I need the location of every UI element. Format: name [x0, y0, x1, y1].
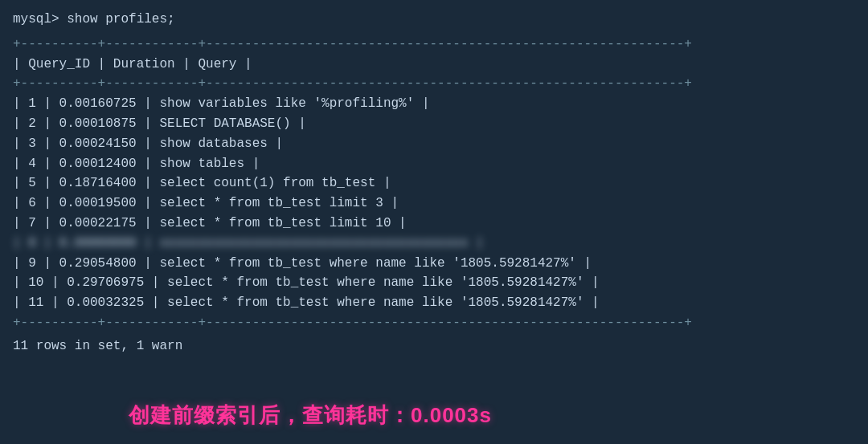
table-row: | 1 | 0.00160725 | show variables like '…	[13, 94, 855, 114]
table-row: | 9 | 0.29054800 | select * from tb_test…	[13, 254, 855, 274]
command-line: mysql> show profiles;	[13, 10, 855, 30]
divider-bot: +----------+------------+---------------…	[13, 313, 855, 333]
table-rows-group2: | 9 | 0.29054800 | select * from tb_test…	[13, 254, 855, 313]
table-row: | 10 | 0.29706975 | select * from tb_tes…	[13, 273, 855, 293]
table-rows-group1: | 1 | 0.00160725 | show variables like '…	[13, 94, 855, 234]
blurred-row: | 8 | 0.00000000 | xxxxxxxxxxxxxxxxxxxxx…	[13, 234, 855, 254]
divider-mid: +----------+------------+---------------…	[13, 74, 855, 94]
overlay-annotation: 创建前缀索引后，查询耗时：0.0003s	[129, 401, 492, 430]
table-row: | 2 | 0.00010875 | SELECT DATABASE() |	[13, 114, 855, 134]
table-row: | 3 | 0.00024150 | show databases |	[13, 134, 855, 154]
table-row: | 11 | 0.00032325 | select * from tb_tes…	[13, 293, 855, 313]
table-row: | 7 | 0.00022175 | select * from tb_test…	[13, 214, 855, 234]
table-row: | 5 | 0.18716400 | select count(1) from …	[13, 173, 855, 193]
table-header: | Query_ID | Duration | Query |	[13, 55, 855, 75]
table-row: | 4 | 0.00012400 | show tables |	[13, 154, 855, 174]
terminal-window: mysql> show profiles; +----------+------…	[0, 0, 868, 366]
table-row: | 6 | 0.00019500 | select * from tb_test…	[13, 193, 855, 214]
footer-line: 11 rows in set, 1 warn	[13, 336, 855, 356]
divider-top: +----------+------------+---------------…	[13, 35, 855, 55]
